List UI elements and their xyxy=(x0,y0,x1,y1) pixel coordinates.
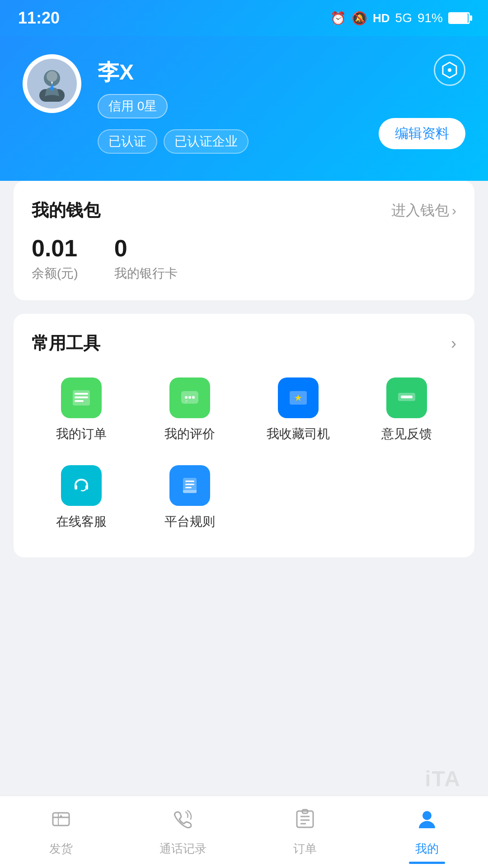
watermark: iTA xyxy=(425,766,461,791)
tool-my-orders[interactable]: 我的订单 xyxy=(32,368,131,452)
tool-service[interactable]: 在线客服 xyxy=(32,456,131,539)
status-icons: ⏰ 🔕 HD 5G 91% xyxy=(330,11,470,26)
svg-rect-24 xyxy=(185,484,194,485)
bankcard-value: 0 xyxy=(114,236,178,261)
battery-percent: 91% xyxy=(418,11,443,25)
avatar[interactable] xyxy=(23,54,81,113)
wallet-card: 我的钱包 进入钱包 › 0.01 余额(元) 0 我的银行卡 xyxy=(14,181,474,300)
edit-profile-button[interactable]: 编辑资料 xyxy=(379,118,465,149)
svg-rect-10 xyxy=(75,400,84,402)
wallet-stats: 0.01 余额(元) 0 我的银行卡 xyxy=(32,236,456,282)
svg-rect-23 xyxy=(185,481,194,482)
service-label: 在线客服 xyxy=(56,513,107,530)
nav-orders-label: 订单 xyxy=(293,841,317,857)
favorites-label: 我收藏司机 xyxy=(267,425,330,443)
balance-label: 余额(元) xyxy=(32,265,78,282)
mine-icon xyxy=(415,807,439,836)
wallet-link-text: 进入钱包 xyxy=(391,201,449,221)
reviews-label: 我的评价 xyxy=(164,425,215,443)
svg-rect-25 xyxy=(185,487,192,488)
nav-mine-label: 我的 xyxy=(415,841,439,857)
tool-feedback[interactable]: 意见反馈 xyxy=(357,368,456,452)
tools-link[interactable]: › xyxy=(451,334,456,353)
svg-point-13 xyxy=(188,396,191,399)
chevron-right-icon: › xyxy=(452,203,456,218)
settings-svg xyxy=(441,61,459,79)
service-icon xyxy=(61,465,102,506)
signal-icon: 5G xyxy=(395,11,412,25)
feedback-label: 意见反馈 xyxy=(381,425,432,443)
nav-calls-label: 通话记录 xyxy=(160,841,206,857)
alarm-icon: ⏰ xyxy=(330,11,346,26)
orders-svg xyxy=(70,387,93,409)
profile-header: 李X 信用 0星 已认证 已认证企业 编辑资料 xyxy=(0,36,488,181)
wallet-card-header: 我的钱包 进入钱包 › xyxy=(32,199,456,222)
credit-badge: 信用 0星 xyxy=(98,94,168,118)
profile-name: 李X xyxy=(98,58,465,87)
feedback-svg xyxy=(395,387,418,409)
tools-title: 常用工具 xyxy=(32,332,100,355)
nav-item-ship[interactable]: 发货 xyxy=(0,800,122,864)
mute-icon: 🔕 xyxy=(352,11,367,26)
avatar-image xyxy=(27,59,77,108)
orders-label: 我的订单 xyxy=(56,425,107,443)
rules-label: 平台规则 xyxy=(164,513,215,530)
tool-rules[interactable]: 平台规则 xyxy=(140,456,239,539)
favorites-svg xyxy=(287,387,310,409)
svg-point-6 xyxy=(448,68,451,72)
status-bar: 11:20 ⏰ 🔕 HD 5G 91% xyxy=(0,0,488,36)
settings-icon[interactable] xyxy=(434,54,465,86)
svg-rect-20 xyxy=(75,485,77,490)
svg-point-12 xyxy=(185,396,188,399)
tools-grid-row2: 在线客服 平台规则 xyxy=(32,456,456,539)
orders-icon xyxy=(61,377,102,418)
person-avatar-svg xyxy=(34,66,70,102)
nav-item-mine[interactable]: 我的 xyxy=(366,800,488,864)
nav-item-orders[interactable]: 订单 xyxy=(244,800,366,864)
calls-nav-svg xyxy=(171,807,195,831)
svg-rect-21 xyxy=(85,485,88,490)
reviews-icon xyxy=(169,377,210,418)
bottom-nav: 发货 通话记录 订单 xyxy=(0,796,488,868)
chevron-right-icon-tools: › xyxy=(451,334,456,353)
mine-nav-svg xyxy=(415,807,439,831)
bankcard-label: 我的银行卡 xyxy=(114,265,178,282)
orders-nav-svg xyxy=(293,807,317,831)
svg-point-35 xyxy=(422,811,432,820)
wallet-link[interactable]: 进入钱包 › xyxy=(391,201,456,221)
svg-point-14 xyxy=(192,396,195,399)
nav-active-indicator xyxy=(409,862,445,864)
nav-item-calls[interactable]: 通话记录 xyxy=(122,800,244,864)
reviews-svg xyxy=(178,387,201,409)
service-svg xyxy=(70,474,93,497)
feedback-icon xyxy=(386,377,427,418)
orders-nav-icon xyxy=(293,807,317,836)
tools-card: 常用工具 › 我的订单 xyxy=(14,314,474,557)
rules-svg xyxy=(178,474,201,497)
calls-icon xyxy=(171,807,195,836)
bankcard-stat: 0 我的银行卡 xyxy=(114,236,178,282)
balance-value: 0.01 xyxy=(32,236,78,261)
rules-icon xyxy=(169,465,210,506)
badge-row-1: 信用 0星 xyxy=(98,94,465,118)
svg-rect-19 xyxy=(401,396,413,398)
ship-icon xyxy=(49,807,73,836)
tool-my-reviews[interactable]: 我的评价 xyxy=(140,368,239,452)
status-time: 11:20 xyxy=(18,9,60,28)
favorites-icon xyxy=(278,377,319,418)
hd-icon: HD xyxy=(373,11,390,25)
tool-favorites[interactable]: 我收藏司机 xyxy=(249,368,348,452)
battery-icon xyxy=(448,12,470,24)
svg-rect-9 xyxy=(75,396,88,398)
enterprise-badge: 已认证企业 xyxy=(164,129,249,154)
cert-badge: 已认证 xyxy=(98,129,157,154)
tools-grid-row1: 我的订单 我的评价 xyxy=(32,368,456,452)
svg-point-2 xyxy=(47,71,57,82)
tools-card-header: 常用工具 › xyxy=(32,332,456,355)
wallet-title: 我的钱包 xyxy=(32,199,100,222)
ship-nav-svg xyxy=(49,807,73,831)
svg-rect-8 xyxy=(75,393,88,395)
nav-ship-label: 发货 xyxy=(49,841,73,857)
svg-rect-26 xyxy=(183,490,197,493)
main-content: 我的钱包 进入钱包 › 0.01 余额(元) 0 我的银行卡 常用工具 › xyxy=(0,181,488,557)
